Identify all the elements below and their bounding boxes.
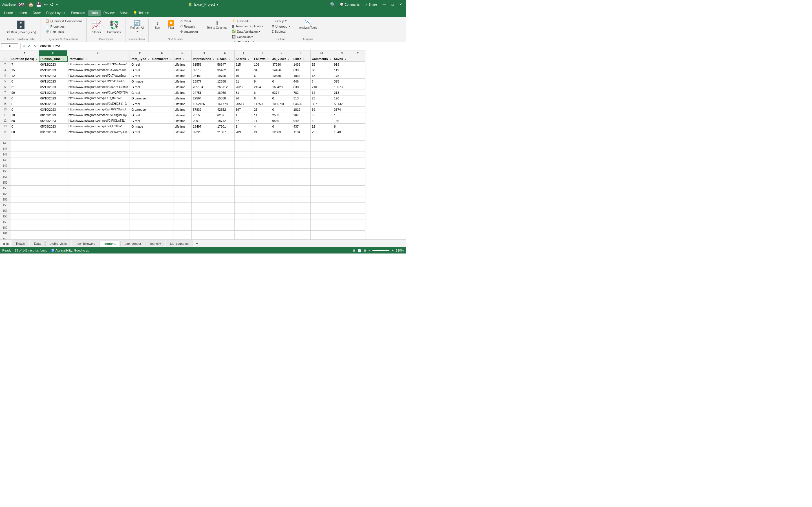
group-button[interactable]: ⊞ Group ▾ (270, 18, 292, 23)
cell[interactable]: 6 (310, 78, 333, 84)
cell[interactable]: 8383 (292, 84, 310, 90)
cell[interactable]: 12 (10, 73, 39, 78)
header-cell-k1[interactable]: 3s_Views ▼ (271, 56, 292, 62)
cell[interactable] (151, 118, 173, 124)
cell[interactable] (151, 73, 173, 78)
cell[interactable]: IG reel (130, 129, 151, 135)
cell[interactable]: https://www.instagram.com/p/CtTt_tMPV-I/ (67, 96, 130, 101)
cell[interactable]: 23 (310, 96, 333, 101)
cell[interactable]: 6 (253, 73, 271, 78)
cell[interactable]: IG reel (130, 112, 151, 118)
cell[interactable]: 1194 (292, 129, 310, 135)
more-icon[interactable]: ··· (56, 2, 59, 7)
menu-insert[interactable]: Insert (16, 10, 30, 16)
cell[interactable]: 1 (234, 112, 253, 118)
cell[interactable]: 32229 (192, 129, 216, 135)
cell[interactable]: https://www.instagram.com/reel/CtRiOLlsT… (67, 118, 130, 124)
cell[interactable]: 265712 (216, 84, 234, 90)
cell[interactable]: 1652486 (192, 101, 216, 107)
header-cell-c1[interactable]: Permalink ▼ (67, 56, 130, 62)
col-header-b[interactable]: B (39, 50, 67, 56)
close-button[interactable]: ✕ (398, 3, 404, 6)
menu-home[interactable]: Home (1, 10, 16, 16)
cell[interactable]: 06/12/2023 (39, 62, 67, 67)
col-header-k[interactable]: K (271, 50, 292, 56)
text-to-columns-button[interactable]: ⫴ Text to Columns (205, 18, 229, 31)
cell[interactable]: 16960 (216, 90, 234, 96)
cell[interactable] (351, 101, 365, 107)
cell[interactable]: https://www.instagram.com/reel/CppiQA0DY… (67, 90, 130, 96)
cell[interactable] (151, 90, 173, 96)
header-cell-i1[interactable]: Shares ▼ (234, 56, 253, 62)
col-header-e[interactable]: E (151, 50, 173, 56)
cell[interactable]: IG image (130, 124, 151, 129)
cell[interactable]: 1086781 (271, 101, 292, 107)
col-header-g[interactable]: G (192, 50, 216, 56)
cell[interactable] (151, 78, 173, 84)
cell[interactable]: 639 (292, 67, 310, 73)
cell[interactable]: 15 (10, 67, 39, 73)
col-header-i[interactable]: I (234, 50, 253, 56)
cell[interactable]: 39 (310, 107, 333, 112)
cell[interactable]: https://www.instagram.com/reel/CtZIO-uAe… (67, 62, 130, 67)
ungroup-button[interactable]: ⊟ Ungroup ▾ (270, 24, 292, 29)
col-header-a[interactable]: A (10, 50, 39, 56)
cell[interactable]: 119 (333, 67, 351, 73)
cell[interactable]: 285104 (192, 84, 216, 90)
cell[interactable]: IG reel (130, 101, 151, 107)
cell[interactable]: https://www.instagram.com/reel/CvuKhgJsD… (67, 112, 130, 118)
cell[interactable]: 3 (310, 118, 333, 124)
cell[interactable]: 0 (10, 107, 39, 112)
search-icon[interactable]: 🔍 (330, 2, 336, 7)
autosave-toggle[interactable]: AutoSave OFF (2, 3, 26, 6)
cell[interactable]: 7 (10, 62, 39, 67)
cell[interactable]: 11 (253, 118, 271, 124)
cell[interactable]: 397 (234, 107, 253, 112)
cell[interactable]: 06/11/2023 (39, 78, 67, 84)
cell[interactable] (351, 67, 365, 73)
tab-reach[interactable]: Reach (12, 240, 29, 246)
cell[interactable]: IG reel (130, 67, 151, 73)
queries-connections-button[interactable]: 📋 Queries & Connections (44, 18, 84, 23)
menu-review[interactable]: Review (101, 10, 117, 16)
cell[interactable]: 1034 (292, 73, 310, 78)
reapply-button[interactable]: ↺ Reapply (179, 24, 200, 29)
cell[interactable]: 6287 (216, 112, 234, 118)
formula-cancel-icon[interactable]: ✕ (23, 44, 26, 48)
cell[interactable]: IG carousel (130, 96, 151, 101)
cell[interactable]: IG reel (130, 62, 151, 67)
maximize-button[interactable]: □ (390, 3, 395, 6)
cell[interactable]: Lifetime (173, 107, 192, 112)
formula-confirm-icon[interactable]: ✓ (28, 44, 31, 48)
cell[interactable]: 03/11/2023 (39, 90, 67, 96)
cell[interactable]: 17301 (216, 124, 234, 129)
cell[interactable]: 15558 (216, 96, 234, 101)
header-cell-f1[interactable]: Date ▼ (173, 56, 192, 62)
cell[interactable]: Lifetime (173, 90, 192, 96)
tab-prev-button[interactable]: ◀ (2, 241, 5, 246)
cell[interactable]: https://www.instagram.com/reel/CsJJw72tu… (67, 67, 130, 73)
stocks-button[interactable]: 📈 Stocks (89, 18, 104, 36)
tab-data[interactable]: Data (30, 240, 45, 246)
cell[interactable] (151, 124, 173, 129)
dropdown-icon[interactable]: ▾ (216, 3, 218, 6)
cell[interactable]: 9589 (271, 118, 292, 124)
cell[interactable]: 90 (10, 90, 39, 96)
cell[interactable]: 2623 (234, 84, 253, 90)
cell[interactable]: 267 (292, 112, 310, 118)
cell[interactable]: 59132 (333, 101, 351, 107)
header-cell-b1[interactable]: Publish_Time ▼ (39, 56, 67, 62)
menu-draw[interactable]: Draw (30, 10, 43, 16)
cell[interactable]: 3374 (333, 107, 351, 112)
cell[interactable]: 4 (253, 124, 271, 129)
zoom-slider[interactable] (372, 250, 389, 251)
cell[interactable]: 919 (333, 62, 351, 67)
cell[interactable]: Lifetime (173, 84, 192, 90)
cell[interactable]: 81 (234, 90, 253, 96)
cell[interactable]: IG image (130, 78, 151, 84)
cell[interactable]: 949 (292, 118, 310, 124)
redo-icon[interactable]: ↺ (50, 2, 54, 7)
menu-formulas[interactable]: Formulas (68, 10, 88, 16)
cell[interactable] (351, 73, 365, 78)
col-header-m[interactable]: M (310, 50, 333, 56)
